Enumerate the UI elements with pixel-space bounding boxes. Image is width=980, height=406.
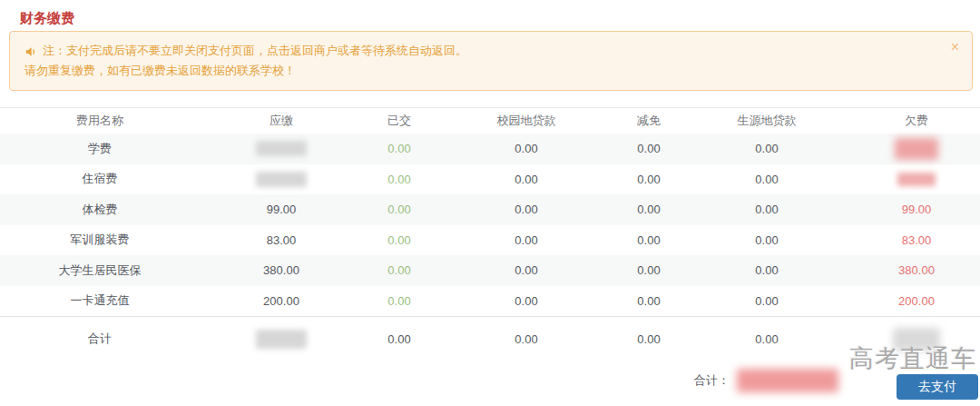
campus-loan-value: 0.00 bbox=[436, 173, 617, 186]
fee-name: 一卡通充值 bbox=[0, 292, 200, 309]
owed-value: 200.00 bbox=[853, 294, 980, 308]
payable-value bbox=[200, 172, 363, 187]
total-label: 合计 bbox=[0, 331, 200, 347]
deduction-value: 0.00 bbox=[617, 203, 681, 216]
owed-value bbox=[853, 172, 980, 186]
fee-name: 学费 bbox=[0, 141, 200, 157]
col-header-fee-name: 费用名称 bbox=[0, 113, 200, 129]
notice-text-2: 请勿重复缴费，如有已缴费未返回数据的联系学校！ bbox=[24, 61, 296, 81]
origin-loan-value: 0.00 bbox=[681, 263, 853, 277]
notice-banner: 注：支付完成后请不要立即关闭支付页面，点击返回商户或者等待系统自动返回。 请勿重… bbox=[9, 31, 973, 91]
fee-name: 大学生居民医保 bbox=[0, 262, 200, 279]
redacted-grand-total bbox=[737, 369, 838, 392]
owed-value bbox=[853, 328, 980, 351]
owed-value: 99.00 bbox=[853, 203, 980, 216]
table-row: 大学生居民医保 380.00 0.00 0.00 0.00 0.00 380.0… bbox=[0, 255, 980, 286]
paid-value: 0.00 bbox=[363, 173, 436, 186]
payable-value bbox=[200, 141, 363, 156]
origin-loan-value: 0.00 bbox=[681, 142, 853, 155]
payable-value bbox=[200, 330, 363, 349]
campus-loan-value: 0.00 bbox=[436, 294, 617, 308]
redacted-owed bbox=[893, 328, 940, 351]
col-header-payable: 应缴 bbox=[200, 113, 363, 129]
redacted-payable bbox=[256, 172, 307, 187]
table-row: 体检费 99.00 0.00 0.00 0.00 0.00 99.00 bbox=[0, 194, 980, 225]
payable-value: 380.00 bbox=[200, 263, 363, 277]
campus-loan-value: 0.00 bbox=[436, 263, 617, 277]
campus-loan-value: 0.00 bbox=[436, 203, 617, 216]
notice-line-1: 注：支付完成后请不要立即关闭支付页面，点击返回商户或者等待系统自动返回。 bbox=[24, 41, 941, 61]
table-row: 军训服装费 83.00 0.00 0.00 0.00 0.00 83.00 bbox=[0, 225, 980, 256]
paid-value: 0.00 bbox=[363, 142, 436, 155]
paid-value: 0.00 bbox=[363, 332, 436, 346]
fee-name: 军训服装费 bbox=[0, 232, 200, 248]
owed-value bbox=[853, 138, 980, 160]
col-header-paid: 已交 bbox=[363, 113, 436, 129]
finance-payment-page: 财务缴费 注：支付完成后请不要立即关闭支付页面，点击返回商户或者等待系统自动返回… bbox=[0, 0, 980, 406]
table-total-row: 合计 0.00 0.00 0.00 0.00 bbox=[0, 316, 980, 361]
origin-loan-value: 0.00 bbox=[681, 233, 853, 247]
col-header-deduction: 减免 bbox=[617, 113, 681, 129]
paid-value: 0.00 bbox=[363, 233, 436, 247]
redacted-payable bbox=[256, 141, 307, 156]
fee-name: 住宿费 bbox=[0, 171, 200, 187]
campus-loan-value: 0.00 bbox=[436, 233, 617, 247]
payable-value: 83.00 bbox=[200, 233, 363, 247]
close-icon[interactable]: × bbox=[951, 40, 959, 54]
pay-button[interactable]: 去支付 bbox=[897, 374, 978, 400]
deduction-value: 0.00 bbox=[617, 263, 681, 277]
table-row: 一卡通充值 200.00 0.00 0.00 0.00 0.00 200.00 bbox=[0, 286, 980, 317]
table-header-row: 费用名称 应缴 已交 校园地贷款 减免 生源地贷款 欠费 bbox=[0, 108, 980, 134]
deduction-value: 0.00 bbox=[617, 233, 681, 247]
owed-value: 380.00 bbox=[853, 263, 980, 277]
redacted-owed bbox=[895, 138, 938, 160]
col-header-campus-loan: 校园地贷款 bbox=[436, 113, 617, 129]
paid-value: 0.00 bbox=[363, 263, 436, 277]
notice-line-2: 请勿重复缴费，如有已缴费未返回数据的联系学校！ bbox=[24, 61, 941, 81]
campus-loan-value: 0.00 bbox=[436, 142, 617, 155]
footer-total-label: 合计： bbox=[694, 372, 730, 389]
redacted-owed bbox=[897, 173, 936, 186]
deduction-value: 0.00 bbox=[617, 173, 681, 186]
origin-loan-value: 0.00 bbox=[681, 294, 853, 308]
paid-value: 0.00 bbox=[363, 294, 436, 308]
payable-value: 200.00 bbox=[200, 294, 363, 308]
fee-table: 费用名称 应缴 已交 校园地贷款 减免 生源地贷款 欠费 学费 0.00 0.0… bbox=[0, 107, 980, 361]
origin-loan-value: 0.00 bbox=[681, 173, 853, 186]
origin-loan-value: 0.00 bbox=[681, 203, 853, 216]
table-row: 学费 0.00 0.00 0.00 0.00 bbox=[0, 134, 980, 164]
speaker-icon bbox=[24, 45, 37, 58]
fee-name: 体检费 bbox=[0, 202, 200, 218]
payable-value: 99.00 bbox=[200, 203, 363, 216]
paid-value: 0.00 bbox=[363, 203, 436, 216]
col-header-owed: 欠费 bbox=[853, 113, 980, 129]
footer-total: 合计： bbox=[694, 369, 838, 392]
col-header-origin-loan: 生源地贷款 bbox=[681, 113, 853, 129]
campus-loan-value: 0.00 bbox=[436, 332, 617, 346]
notice-text-1: 注：支付完成后请不要立即关闭支付页面，点击返回商户或者等待系统自动返回。 bbox=[43, 41, 467, 61]
owed-value: 83.00 bbox=[853, 233, 980, 247]
page-title: 财务缴费 bbox=[20, 10, 74, 27]
table-row: 住宿费 0.00 0.00 0.00 0.00 bbox=[0, 164, 980, 195]
deduction-value: 0.00 bbox=[617, 142, 681, 155]
deduction-value: 0.00 bbox=[617, 294, 681, 308]
redacted-payable bbox=[256, 330, 307, 349]
origin-loan-value: 0.00 bbox=[681, 332, 853, 346]
deduction-value: 0.00 bbox=[617, 332, 681, 346]
